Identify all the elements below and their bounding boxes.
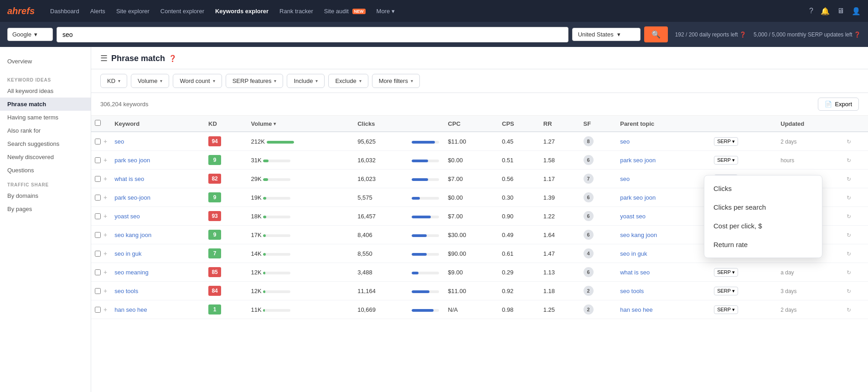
col-sf[interactable]: SF <box>580 116 617 132</box>
sidebar-item-also-rank-for[interactable]: Also rank for <box>0 124 91 137</box>
add-keyword-icon[interactable]: + <box>103 287 107 294</box>
parent-topic-link[interactable]: seo kang joon <box>620 232 657 238</box>
sidebar-overview[interactable]: Overview <box>0 54 91 68</box>
parent-topic-link[interactable]: park seo joon <box>620 157 656 164</box>
row-checkbox[interactable] <box>95 251 101 257</box>
parent-topic-link[interactable]: han seo hee <box>620 306 653 313</box>
col-cpc[interactable]: CPC <box>444 116 498 132</box>
parent-topic-link[interactable]: seo <box>620 175 630 182</box>
sidebar-item-by-pages[interactable]: By pages <box>0 202 91 216</box>
sidebar-item-by-domains[interactable]: By domains <box>0 189 91 202</box>
row-checkbox[interactable] <box>95 232 101 238</box>
col-kd[interactable]: KD <box>205 116 247 132</box>
sidebar-item-search-suggestions[interactable]: Search suggestions <box>0 137 91 150</box>
refresh-icon[interactable]: ↻ <box>847 232 851 238</box>
filter-include[interactable]: Include ▾ <box>287 74 325 88</box>
keyword-link[interactable]: park seo-joon <box>114 194 150 201</box>
parent-topic-link[interactable]: park seo joon <box>620 194 656 201</box>
serp-button[interactable]: SERP ▾ <box>714 287 738 295</box>
nav-alerts[interactable]: Alerts <box>86 5 110 17</box>
keyword-link[interactable]: yoast seo <box>114 213 140 220</box>
col-rr[interactable]: RR <box>540 116 580 132</box>
nav-site-explorer[interactable]: Site explorer <box>112 5 154 17</box>
col-updated[interactable]: Updated <box>777 116 842 132</box>
add-keyword-icon[interactable]: + <box>103 175 107 182</box>
user-icon[interactable]: 👤 <box>852 7 861 15</box>
row-checkbox[interactable] <box>95 213 101 219</box>
parent-topic-link[interactable]: what is seo <box>620 269 650 276</box>
nav-rank-tracker[interactable]: Rank tracker <box>275 5 318 17</box>
add-keyword-icon[interactable]: + <box>103 194 107 201</box>
keyword-link[interactable]: seo <box>114 138 124 145</box>
add-keyword-icon[interactable]: + <box>103 138 107 145</box>
col-parent-topic[interactable]: Parent topic <box>616 116 710 132</box>
dropdown-cost-per-click[interactable]: Cost per click, $ <box>704 217 822 235</box>
filter-exclude[interactable]: Exclude ▾ <box>328 74 368 88</box>
keyword-link[interactable]: what is seo <box>114 175 144 182</box>
add-keyword-icon[interactable]: + <box>103 212 107 220</box>
refresh-icon[interactable]: ↻ <box>847 195 851 201</box>
filter-kd[interactable]: KD ▾ <box>100 74 127 88</box>
refresh-icon[interactable]: ↻ <box>847 269 851 276</box>
refresh-icon[interactable]: ↻ <box>847 157 851 164</box>
sidebar-item-phrase-match[interactable]: Phrase match <box>0 98 91 111</box>
hamburger-icon[interactable]: ☰ <box>100 53 108 63</box>
keyword-link[interactable]: seo meaning <box>114 269 148 276</box>
monitor-icon[interactable]: 🖥 <box>837 7 844 15</box>
parent-topic-link[interactable]: yoast seo <box>620 213 646 220</box>
search-button[interactable]: 🔍 <box>644 26 668 42</box>
parent-topic-link[interactable]: seo in guk <box>620 250 647 257</box>
search-input[interactable] <box>57 27 568 42</box>
dropdown-clicks[interactable]: Clicks <box>704 179 822 198</box>
serp-button[interactable]: SERP ▾ <box>714 137 738 146</box>
nav-content-explorer[interactable]: Content explorer <box>156 5 209 17</box>
row-checkbox[interactable] <box>95 176 101 182</box>
row-checkbox[interactable] <box>95 307 101 313</box>
filter-word-count[interactable]: Word count ▾ <box>173 74 222 88</box>
col-volume[interactable]: Volume ▾ <box>248 116 354 132</box>
nav-more[interactable]: More ▾ <box>372 5 399 17</box>
help-icon[interactable]: ? <box>809 7 813 15</box>
row-checkbox[interactable] <box>95 288 101 294</box>
add-keyword-icon[interactable]: + <box>103 231 107 238</box>
keyword-link[interactable]: seo kang joon <box>114 232 151 238</box>
add-keyword-icon[interactable]: + <box>103 156 107 164</box>
sidebar-item-having-same-terms[interactable]: Having same terms <box>0 111 91 124</box>
logo[interactable]: ahrefs <box>7 6 35 16</box>
refresh-icon[interactable]: ↻ <box>847 251 851 257</box>
sidebar-item-all-keyword-ideas[interactable]: All keyword ideas <box>0 84 91 98</box>
bell-icon[interactable]: 🔔 <box>821 7 830 15</box>
nav-keywords-explorer[interactable]: Keywords explorer <box>211 5 273 17</box>
page-help-icon[interactable]: ❓ <box>169 55 176 62</box>
filter-serp-features[interactable]: SERP features ▾ <box>226 74 284 88</box>
row-checkbox[interactable] <box>95 157 101 163</box>
filter-more-filters[interactable]: More filters ▾ <box>372 74 420 88</box>
nav-dashboard[interactable]: Dashboard <box>46 5 84 17</box>
refresh-icon[interactable]: ↻ <box>847 176 851 182</box>
export-button[interactable]: 📄 Export <box>818 98 859 111</box>
serp-button[interactable]: SERP ▾ <box>714 156 738 165</box>
serp-button[interactable]: SERP ▾ <box>714 305 738 314</box>
col-cps[interactable]: CPS <box>498 116 540 132</box>
parent-topic-link[interactable]: seo tools <box>620 288 644 294</box>
dropdown-return-rate[interactable]: Return rate <box>704 235 822 254</box>
keyword-link[interactable]: han seo hee <box>114 306 147 313</box>
row-checkbox[interactable] <box>95 195 101 201</box>
keyword-link[interactable]: park seo joon <box>114 157 150 164</box>
col-clicks[interactable]: Clicks <box>354 116 408 132</box>
keyword-link[interactable]: seo tools <box>114 288 138 294</box>
parent-topic-link[interactable]: seo <box>620 138 630 145</box>
sidebar-item-newly-discovered[interactable]: Newly discovered <box>0 150 91 164</box>
refresh-icon[interactable]: ↻ <box>847 307 851 313</box>
nav-site-audit[interactable]: Site audit NEW <box>320 5 370 17</box>
refresh-icon[interactable]: ↻ <box>847 213 851 220</box>
refresh-icon[interactable]: ↻ <box>847 288 851 294</box>
row-checkbox[interactable] <box>95 139 101 144</box>
select-all-checkbox[interactable] <box>95 120 101 126</box>
add-keyword-icon[interactable]: + <box>103 268 107 276</box>
filter-volume[interactable]: Volume ▾ <box>131 74 169 88</box>
keyword-link[interactable]: seo in guk <box>114 250 141 257</box>
add-keyword-icon[interactable]: + <box>103 250 107 257</box>
row-checkbox[interactable] <box>95 269 101 275</box>
serp-button[interactable]: SERP ▾ <box>714 268 738 277</box>
